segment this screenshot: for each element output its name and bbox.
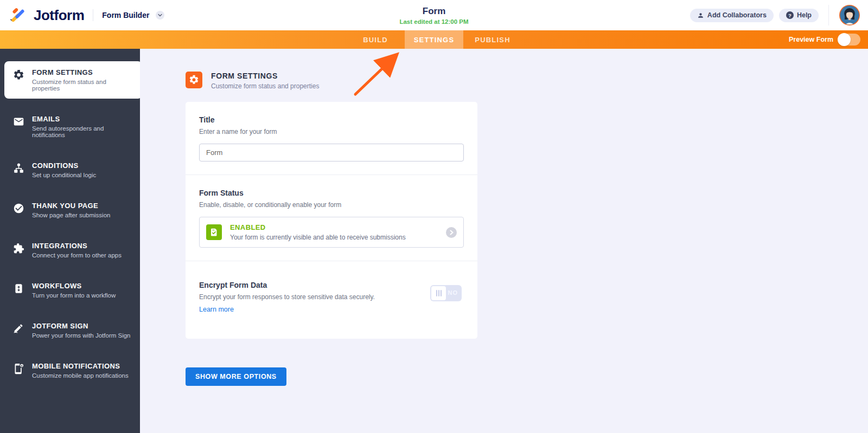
- top-header: Jotform Form Builder Form Last edited at…: [0, 0, 868, 30]
- learn-more-link[interactable]: Learn more: [199, 306, 234, 313]
- form-status-label: Form Status: [199, 189, 464, 197]
- page-title: FORM SETTINGS: [211, 72, 319, 80]
- encrypt-toggle[interactable]: NO: [430, 285, 462, 301]
- form-title: Form: [423, 6, 446, 17]
- nav-tabs: BUILD SETTINGS PUBLISH: [0, 30, 868, 49]
- question-icon: ?: [786, 11, 794, 19]
- show-more-options-button[interactable]: SHOW MORE OPTIONS: [186, 367, 286, 386]
- sidebar-item-conditions[interactable]: CONDITIONS Set up conditional logic: [0, 155, 140, 185]
- title-hint: Enter a name for your form: [199, 128, 464, 135]
- sidebar-item-subtitle: Send autoresponders and notifications: [32, 125, 132, 138]
- form-title-input[interactable]: [199, 144, 464, 161]
- add-collaborators-button[interactable]: Add Collaborators: [690, 9, 774, 22]
- sidebar-item-emails[interactable]: EMAILS Send autoresponders and notificat…: [0, 108, 140, 145]
- header-right: Add Collaborators ? Help: [690, 4, 868, 26]
- pen-icon: [12, 322, 25, 335]
- sidebar-item-subtitle: Show page after submission: [32, 212, 110, 218]
- settings-card: Title Enter a name for your form Form St…: [186, 102, 477, 339]
- sidebar-item-jotform-sign[interactable]: JOTFORM SIGN Power your forms with Jotfo…: [0, 315, 140, 345]
- sidebar-item-subtitle: Customize mobile app notifications: [32, 372, 129, 379]
- mobile-bell-icon: [12, 362, 25, 375]
- check-circle-icon: [12, 202, 25, 215]
- status-badge: ENABLED: [230, 223, 406, 231]
- sidebar-item-title: JOTFORM SIGN: [32, 322, 131, 330]
- help-label: Help: [797, 11, 812, 19]
- workflow-icon: [12, 282, 25, 295]
- sidebar-item-title: WORKFLOWS: [32, 282, 116, 290]
- tab-build[interactable]: BUILD: [346, 30, 405, 49]
- content-area: FORM SETTINGS Customize form status and …: [0, 49, 868, 433]
- toggle-knob: [838, 33, 851, 46]
- encrypt-label: Encrypt Form Data: [199, 281, 430, 289]
- navbar-right: Preview Form: [789, 34, 868, 46]
- sidebar-item-subtitle: Power your forms with Jotform Sign: [32, 332, 131, 339]
- chevron-right-icon[interactable]: [446, 227, 457, 238]
- form-status-selector[interactable]: ENABLED Your form is currently visible a…: [199, 217, 464, 248]
- sidebar-item-title: CONDITIONS: [32, 161, 96, 170]
- sidebar-item-title: THANK YOU PAGE: [32, 202, 110, 210]
- sidebar-item-integrations[interactable]: INTEGRATIONS Connect your form to other …: [0, 235, 140, 265]
- tab-settings[interactable]: SETTINGS: [405, 30, 463, 49]
- title-label: Title: [199, 115, 464, 124]
- preview-form-toggle[interactable]: [838, 34, 860, 46]
- section-header: FORM SETTINGS Customize form status and …: [186, 72, 868, 90]
- sidebar-item-subtitle: Customize form status and properties: [32, 79, 135, 92]
- title-section: Title Enter a name for your form: [186, 102, 477, 175]
- product-name[interactable]: Form Builder: [102, 11, 149, 20]
- person-icon: [697, 12, 704, 19]
- sitemap-icon: [12, 161, 25, 175]
- sidebar-item-workflows[interactable]: WORKFLOWS Turn your form into a workflow: [0, 275, 140, 305]
- sidebar-item-subtitle: Set up conditional logic: [32, 172, 96, 178]
- jotform-logo-icon[interactable]: [9, 6, 27, 24]
- last-edited-status: Last edited at 12:00 PM: [399, 18, 468, 25]
- sidebar-item-title: FORM SETTINGS: [32, 68, 135, 76]
- sidebar-item-mobile-notifications[interactable]: MOBILE NOTIFICATIONS Customize mobile ap…: [0, 356, 140, 385]
- form-status-hint: Enable, disable, or conditionally enable…: [199, 201, 464, 209]
- encrypt-section: Encrypt Form Data Encrypt your form resp…: [186, 261, 477, 339]
- builder-navbar: BUILD SETTINGS PUBLISH Preview Form: [0, 30, 868, 49]
- chevron-down-icon: [158, 14, 162, 17]
- header-divider: [93, 9, 93, 21]
- jotform-logo-text[interactable]: Jotform: [34, 7, 84, 24]
- sidebar-item-thank-you-page[interactable]: THANK YOU PAGE Show page after submissio…: [0, 195, 140, 225]
- form-status-section: Form Status Enable, disable, or conditio…: [186, 175, 477, 261]
- header-divider: [828, 5, 829, 25]
- settings-sidebar: FORM SETTINGS Customize form status and …: [0, 49, 140, 433]
- sidebar-item-title: EMAILS: [32, 115, 132, 123]
- toggle-knob: [431, 286, 446, 300]
- help-button[interactable]: ? Help: [779, 9, 819, 22]
- page-subtitle: Customize form status and properties: [211, 82, 319, 90]
- sidebar-item-form-settings[interactable]: FORM SETTINGS Customize form status and …: [4, 61, 142, 99]
- tab-publish[interactable]: PUBLISH: [463, 30, 522, 49]
- sidebar-item-subtitle: Turn your form into a workflow: [32, 292, 116, 299]
- sidebar-item-title: MOBILE NOTIFICATIONS: [32, 362, 129, 370]
- envelope-icon: [12, 115, 25, 128]
- gear-icon: [12, 68, 25, 81]
- user-avatar[interactable]: [839, 4, 860, 26]
- product-dropdown[interactable]: [156, 11, 164, 20]
- add-collaborators-label: Add Collaborators: [707, 11, 767, 19]
- preview-form-label: Preview Form: [789, 36, 833, 43]
- encrypt-hint: Encrypt your form responses to store sen…: [199, 293, 430, 301]
- form-builder-app: Jotform Form Builder Form Last edited at…: [0, 0, 868, 433]
- status-description: Your form is currently visible and able …: [230, 234, 406, 241]
- header-left: Jotform Form Builder: [0, 6, 164, 24]
- sidebar-item-subtitle: Connect your form to other apps: [32, 252, 122, 258]
- main-panel: FORM SETTINGS Customize form status and …: [140, 49, 868, 433]
- puzzle-icon: [12, 242, 25, 255]
- sidebar-item-title: INTEGRATIONS: [32, 242, 122, 250]
- enabled-document-icon: [206, 224, 222, 240]
- toggle-value-label: NO: [448, 289, 458, 296]
- gear-icon: [186, 72, 202, 88]
